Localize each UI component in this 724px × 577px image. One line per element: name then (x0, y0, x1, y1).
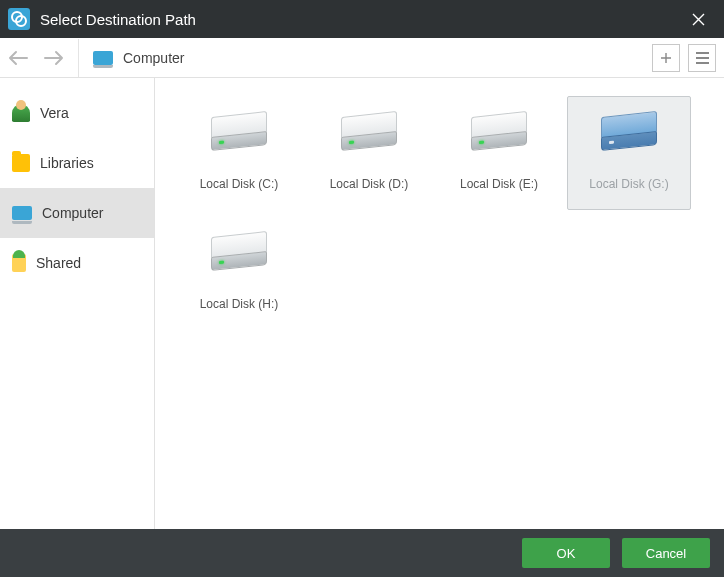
app-icon (8, 8, 30, 30)
drive-icon (337, 107, 401, 155)
new-folder-button[interactable] (652, 44, 680, 72)
sidebar-item-label: Computer (42, 205, 103, 221)
sidebar-item-label: Libraries (40, 155, 94, 171)
title-bar: Select Destination Path (0, 0, 724, 38)
drive-icon (207, 227, 271, 275)
drive-label: Local Disk (E:) (460, 177, 538, 191)
drive-item[interactable]: Local Disk (C:) (177, 96, 301, 210)
sidebar-item-label: Vera (40, 105, 69, 121)
sidebar: Vera Libraries Computer Shared (0, 78, 155, 529)
toolbar: Computer (0, 38, 724, 78)
dialog-window: Select Destination Path Computer Vera (0, 0, 724, 577)
breadcrumb-location: Computer (123, 50, 184, 66)
sidebar-item-libraries[interactable]: Libraries (0, 138, 154, 188)
view-list-button[interactable] (688, 44, 716, 72)
sidebar-item-shared[interactable]: Shared (0, 238, 154, 288)
sidebar-item-label: Shared (36, 255, 81, 271)
shared-icon (12, 254, 26, 272)
content-area: Local Disk (C:) Local Disk (D:) Local Di… (155, 78, 724, 529)
arrow-right-icon (43, 50, 65, 66)
drive-label: Local Disk (D:) (330, 177, 409, 191)
drive-icon (207, 107, 271, 155)
computer-icon (12, 206, 32, 220)
drive-item[interactable]: Local Disk (E:) (437, 96, 561, 210)
list-icon (696, 52, 709, 64)
footer: OK Cancel (0, 529, 724, 577)
drive-item[interactable]: Local Disk (D:) (307, 96, 431, 210)
drive-grid: Local Disk (C:) Local Disk (D:) Local Di… (177, 96, 706, 330)
sidebar-item-computer[interactable]: Computer (0, 188, 154, 238)
drive-icon (467, 107, 531, 155)
drive-icon (597, 107, 661, 155)
drive-item[interactable]: Local Disk (G:) (567, 96, 691, 210)
drive-label: Local Disk (C:) (200, 177, 279, 191)
folder-icon (12, 154, 30, 172)
arrow-left-icon (7, 50, 29, 66)
forward-button[interactable] (36, 40, 72, 76)
sidebar-item-vera[interactable]: Vera (0, 88, 154, 138)
ok-button[interactable]: OK (522, 538, 610, 568)
breadcrumb[interactable]: Computer (85, 50, 652, 66)
plus-icon (659, 51, 673, 65)
back-button[interactable] (0, 40, 36, 76)
cancel-button[interactable]: Cancel (622, 538, 710, 568)
toolbar-separator (78, 39, 79, 77)
close-icon (692, 13, 705, 26)
drive-label: Local Disk (H:) (200, 297, 279, 311)
drive-item[interactable]: Local Disk (H:) (177, 216, 301, 330)
drive-label: Local Disk (G:) (589, 177, 668, 191)
user-icon (12, 104, 30, 122)
close-button[interactable] (680, 1, 716, 37)
computer-icon (93, 51, 113, 65)
dialog-body: Vera Libraries Computer Shared (0, 78, 724, 529)
dialog-title: Select Destination Path (40, 11, 680, 28)
